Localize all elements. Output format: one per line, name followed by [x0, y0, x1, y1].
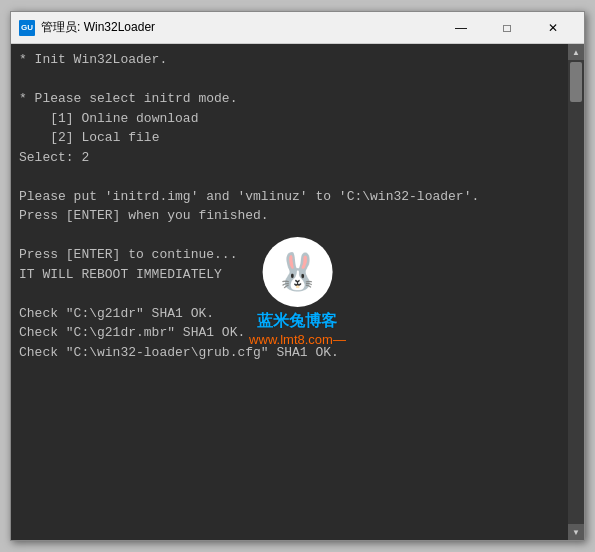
- terminal-area: * Init Win32Loader. * Please select init…: [11, 44, 584, 540]
- title-bar: GU 管理员: Win32Loader — □ ✕: [11, 12, 584, 44]
- scrollbar[interactable]: ▲ ▼: [568, 44, 584, 540]
- scroll-up-arrow[interactable]: ▲: [568, 44, 584, 60]
- minimize-button[interactable]: —: [438, 12, 484, 44]
- maximize-button[interactable]: □: [484, 12, 530, 44]
- window-controls: — □ ✕: [438, 12, 576, 44]
- main-window: GU 管理员: Win32Loader — □ ✕ * Init Win32Lo…: [10, 11, 585, 541]
- window-icon: GU: [19, 20, 35, 36]
- close-button[interactable]: ✕: [530, 12, 576, 44]
- scroll-down-arrow[interactable]: ▼: [568, 524, 584, 540]
- terminal-output[interactable]: * Init Win32Loader. * Please select init…: [11, 44, 568, 540]
- window-title: 管理员: Win32Loader: [41, 19, 438, 36]
- scroll-thumb[interactable]: [570, 62, 582, 102]
- scroll-track[interactable]: [568, 60, 584, 524]
